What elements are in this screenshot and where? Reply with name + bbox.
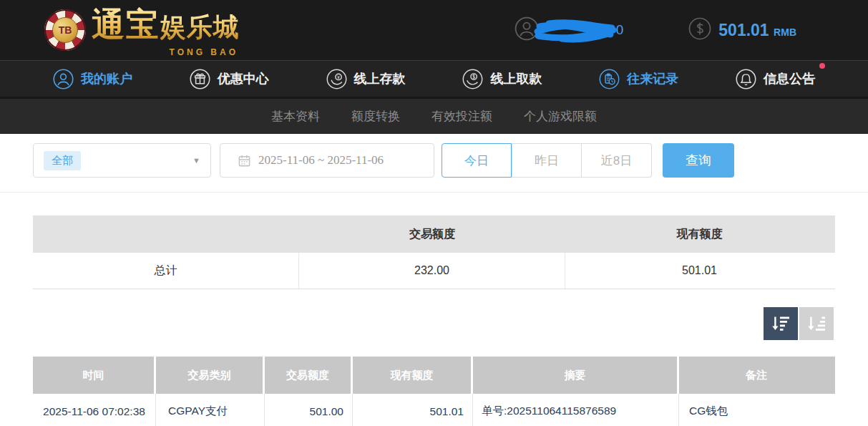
logo-title-main: 通宝 <box>92 3 160 47</box>
quick-range-group: 今日 昨日 近8日 <box>442 143 652 178</box>
cell-current-amount: 501.01 <box>353 394 473 426</box>
nav-item-withdraw[interactable]: 线上取款 <box>462 69 542 89</box>
logo-title-rest: 娱乐城 <box>160 10 240 45</box>
balance[interactable]: 501.01 RMB <box>688 17 796 43</box>
top-header: TB 通宝 娱乐城 TONG BAO <box>0 0 868 60</box>
scribble-mask <box>533 17 620 43</box>
chevron-down-icon: ▼ <box>192 156 200 165</box>
table-row: 2025-11-06 07:02:38 CGPAY支付 501.00 501.0… <box>33 394 835 426</box>
nav-label: 线上存款 <box>354 70 406 87</box>
col-header-current-amount: 现有额度 <box>353 357 473 394</box>
summary-table: 交易额度 现有额度 总计 232.00 501.01 <box>33 216 835 289</box>
records-header-row: 时间 交易类别 交易额度 现有额度 摘要 备注 <box>33 357 835 394</box>
logo-chip-monogram: TB <box>52 17 78 43</box>
dollar-icon <box>688 17 711 43</box>
nav-label: 往来记录 <box>627 70 678 87</box>
cell-time: 2025-11-06 07:02:38 <box>33 394 156 426</box>
nav-label: 我的账户 <box>81 70 132 87</box>
cell-remark: CG钱包 <box>679 394 834 426</box>
filter-row: 全部 ▼ 2025-11-06 ~ 2025-11-06 今日 昨日 近8日 查… <box>0 134 868 193</box>
summary-header-current: 现有额度 <box>565 227 834 242</box>
sub-nav: 基本资料 额度转换 有效投注额 个人游戏限额 <box>0 99 868 134</box>
notification-dot <box>819 63 825 69</box>
summary-header-transaction: 交易额度 <box>299 227 565 242</box>
sort-descending-icon <box>771 315 791 332</box>
sort-controls <box>34 307 834 340</box>
col-header-time: 时间 <box>33 357 156 394</box>
col-header-transaction-amount: 交易额度 <box>265 357 353 394</box>
search-button[interactable]: 查询 <box>663 143 734 178</box>
cell-transaction-amount: 501.00 <box>265 394 353 426</box>
main-nav: 我的账户 优惠中心 线上存款 <box>0 60 868 99</box>
nav-label: 线上取款 <box>490 70 542 87</box>
bell-icon <box>736 69 756 89</box>
subnav-item-basic-info[interactable]: 基本资料 <box>271 108 320 125</box>
nav-item-my-account[interactable]: 我的账户 <box>53 69 132 89</box>
nav-item-deposit[interactable]: 线上存款 <box>326 69 406 89</box>
quick-range-yesterday-button[interactable]: 昨日 <box>512 143 582 178</box>
username-visible-char: 0 <box>616 22 624 38</box>
subnav-item-valid-bets[interactable]: 有效投注额 <box>431 108 492 125</box>
date-range-value: 2025-11-06 ~ 2025-11-06 <box>258 153 384 168</box>
balance-amount: 501.01 <box>718 21 769 39</box>
site-logo[interactable]: TB 通宝 娱乐城 TONG BAO <box>44 3 240 57</box>
balance-currency: RMB <box>774 26 796 38</box>
type-select[interactable]: 全部 ▼ <box>33 143 211 178</box>
nav-label: 优惠中心 <box>218 70 269 87</box>
gift-icon <box>190 69 210 89</box>
logo-chip-icon: TB <box>44 9 86 51</box>
subnav-item-game-limits[interactable]: 个人游戏限额 <box>524 108 597 125</box>
nav-item-promotions[interactable]: 优惠中心 <box>190 69 269 89</box>
summary-total-label: 总计 <box>33 253 299 289</box>
sort-ascending-button[interactable] <box>799 307 834 340</box>
nav-item-records[interactable]: 往来记录 <box>599 69 678 89</box>
quick-range-8days-button[interactable]: 近8日 <box>582 143 652 178</box>
cell-type: CGPAY支付 <box>156 394 265 426</box>
username-redacted: 0 <box>533 16 620 44</box>
nav-item-announcements[interactable]: 信息公告 <box>736 69 815 89</box>
records-icon <box>599 69 620 89</box>
col-header-summary: 摘要 <box>473 357 679 394</box>
cell-summary: 单号:202511064115876589 <box>473 394 679 426</box>
logo-text: 通宝 娱乐城 TONG BAO <box>92 3 240 57</box>
sort-ascending-icon <box>807 315 826 332</box>
deposit-icon <box>326 69 347 89</box>
col-header-type: 交易类别 <box>156 357 265 394</box>
calendar-icon <box>238 154 251 168</box>
summary-total-transaction: 232.00 <box>299 253 565 289</box>
sort-descending-button[interactable] <box>764 307 798 340</box>
withdraw-icon <box>462 69 483 89</box>
type-select-value: 全部 <box>44 151 81 170</box>
subnav-item-credit-transfer[interactable]: 额度转换 <box>351 108 400 125</box>
logo-subtitle: TONG BAO <box>170 47 238 57</box>
date-range-input[interactable]: 2025-11-06 ~ 2025-11-06 <box>220 143 434 178</box>
records-table: 时间 交易类别 交易额度 现有额度 摘要 备注 2025-11-06 07:02… <box>33 357 835 426</box>
nav-label: 信息公告 <box>764 70 815 87</box>
quick-range-today-button[interactable]: 今日 <box>442 143 512 178</box>
summary-header-row: 交易额度 现有额度 <box>33 216 835 253</box>
header-right: 0 501.01 RMB <box>515 16 818 44</box>
summary-total-row: 总计 232.00 501.01 <box>33 253 835 289</box>
user-icon <box>53 69 74 89</box>
col-header-remark: 备注 <box>679 357 834 394</box>
summary-total-current: 501.01 <box>565 253 834 289</box>
user-account[interactable]: 0 <box>515 16 620 44</box>
